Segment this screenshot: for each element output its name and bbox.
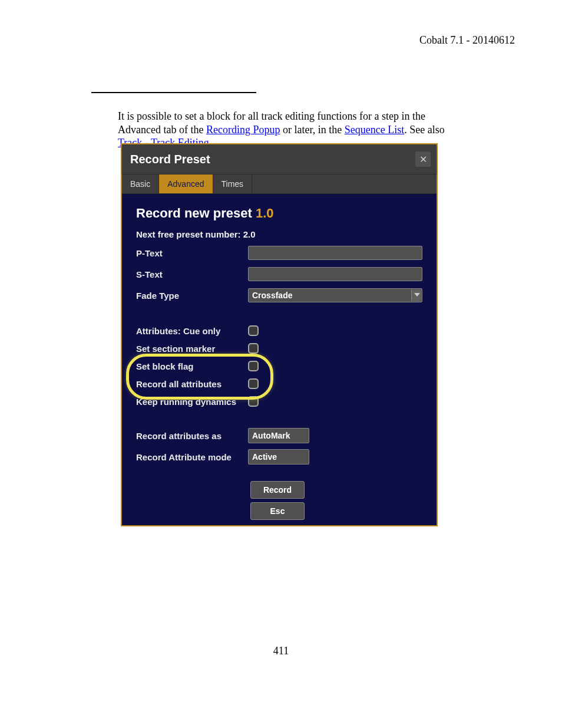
document-header: Cobalt 7.1 - 20140612	[419, 34, 515, 47]
keep-running-label: Keep running dynamics	[136, 397, 248, 407]
next-free-row: Next free preset number: 2.0	[136, 229, 422, 239]
stext-label: S-Text	[136, 269, 248, 279]
fadetype-value: Crossfade	[252, 291, 292, 300]
record-preset-dialog: Record Preset ✕ Basic Advanced Times Rec…	[121, 143, 438, 526]
dialog-title: Record Preset	[130, 153, 210, 166]
fadetype-dropdown[interactable]: Crossfade	[248, 288, 422, 302]
heading-number: 1.0	[256, 206, 274, 220]
cueonly-checkbox[interactable]	[248, 325, 259, 336]
chevron-down-icon	[414, 293, 420, 297]
block-flag-checkbox[interactable]	[248, 361, 259, 371]
dialog-tabs: Basic Advanced Times	[122, 174, 437, 194]
fadetype-label: Fade Type	[136, 291, 248, 301]
record-as-select[interactable]: AutoMark	[248, 428, 309, 443]
next-free-value: 2.0	[243, 229, 256, 239]
record-mode-label: Record Attribute mode	[136, 452, 248, 462]
cueonly-label: Attributes: Cue only	[136, 326, 248, 336]
block-flag-label: Set block flag	[136, 361, 248, 371]
tab-advanced[interactable]: Advanced	[159, 174, 213, 193]
tab-basic[interactable]: Basic	[122, 174, 159, 193]
ptext-input[interactable]	[248, 246, 422, 260]
record-button[interactable]: Record	[250, 481, 305, 499]
section-marker-checkbox[interactable]	[248, 343, 259, 354]
close-icon: ✕	[419, 154, 427, 165]
link-recording-popup[interactable]: Recording Popup	[206, 124, 280, 136]
esc-button[interactable]: Esc	[250, 502, 305, 520]
close-button[interactable]: ✕	[415, 151, 431, 167]
dialog-body: Record new preset 1.0 Next free preset n…	[122, 194, 437, 532]
record-all-checkbox[interactable]	[248, 378, 259, 389]
page-number: 411	[0, 645, 562, 657]
keep-running-checkbox[interactable]	[248, 396, 259, 407]
link-sequence-list[interactable]: Sequence List	[345, 124, 404, 136]
body-text-mid1: or later, in the	[280, 124, 344, 136]
section-marker-label: Set section marker	[136, 344, 248, 354]
next-free-label: Next free preset number:	[136, 229, 243, 239]
dialog-heading: Record new preset 1.0	[136, 206, 422, 221]
stext-input[interactable]	[248, 267, 422, 281]
body-text-mid2: . See also	[404, 124, 444, 136]
dialog-titlebar: Record Preset ✕	[122, 144, 437, 174]
record-all-label: Record all attributes	[136, 379, 248, 389]
section-separator	[91, 92, 256, 93]
tab-times[interactable]: Times	[213, 174, 253, 193]
ptext-label: P-Text	[136, 248, 248, 258]
heading-text: Record new preset	[136, 206, 256, 220]
record-as-label: Record attributes as	[136, 431, 248, 441]
record-mode-select[interactable]: Active	[248, 449, 309, 465]
